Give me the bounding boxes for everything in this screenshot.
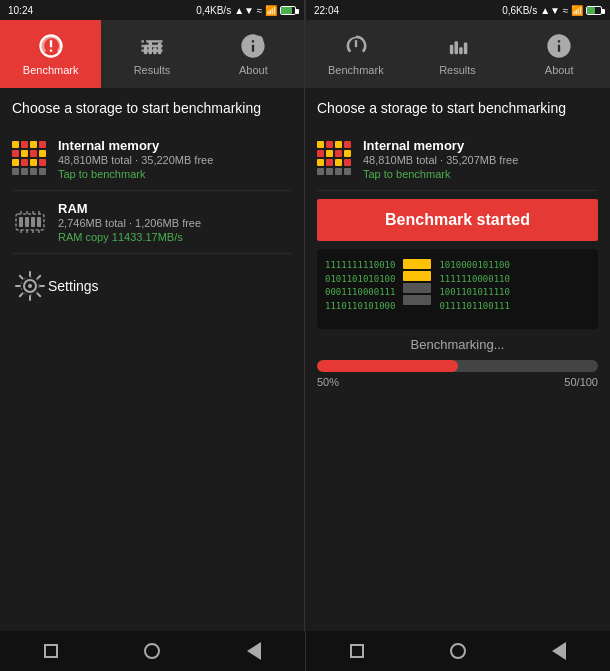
right-internal-memory-info: Internal memory 48,810MB total · 35,207M… — [363, 138, 598, 180]
internal-memory-item[interactable]: Internal memory 48,810MB total · 35,220M… — [12, 128, 292, 191]
left-nav-back[interactable] — [243, 640, 265, 662]
svg-rect-8 — [31, 217, 35, 227]
internal-memory-details: 48,810MB total · 35,220MB free — [58, 154, 292, 166]
svg-rect-9 — [37, 217, 41, 227]
progress-labels: 50% 50/100 — [317, 376, 598, 388]
right-about-label: About — [545, 64, 574, 76]
left-content: Choose a storage to start benchmarking — [0, 88, 304, 631]
left-benchmark-label: Benchmark — [23, 64, 79, 76]
left-section-title: Choose a storage to start benchmarking — [12, 100, 292, 116]
speedometer-icon — [37, 32, 65, 60]
binary-middle — [403, 259, 431, 319]
svg-rect-2 — [153, 47, 157, 54]
left-time: 10:24 — [8, 5, 33, 16]
right-panel: Benchmark Results About Choose a sto — [305, 20, 610, 631]
binary-bar-3 — [403, 283, 431, 293]
right-results-icon — [444, 32, 472, 60]
internal-memory-name: Internal memory — [58, 138, 292, 153]
right-square-icon — [350, 644, 364, 658]
left-battery-icon — [280, 6, 296, 15]
settings-item[interactable]: Settings — [12, 254, 292, 318]
ram-info: RAM 2,746MB total · 1,206MB free RAM cop… — [58, 201, 292, 243]
left-status-bar: 10:24 0,4KB/s ▲▼ ≈ 📶 — [0, 0, 305, 20]
about-icon — [239, 32, 267, 60]
right-back-icon — [552, 642, 566, 660]
internal-memory-info: Internal memory 48,810MB total · 35,220M… — [58, 138, 292, 180]
svg-rect-24 — [463, 43, 467, 55]
right-internal-memory-action: Tap to benchmark — [363, 168, 598, 180]
left-about-label: About — [239, 64, 268, 76]
right-nav-circle[interactable] — [447, 640, 469, 662]
left-nav-bar — [0, 631, 305, 671]
progress-bar-fill — [317, 360, 458, 372]
right-time: 22:04 — [314, 5, 339, 16]
left-tab-results[interactable]: Results — [101, 20, 202, 88]
right-nav-bar — [305, 631, 610, 671]
nav-bars — [0, 631, 610, 671]
binary-bar-4 — [403, 295, 431, 305]
svg-rect-6 — [19, 217, 23, 227]
ram-name: RAM — [58, 201, 292, 216]
left-network: 0,4KB/s ▲▼ ≈ 📶 — [196, 5, 296, 16]
square-icon — [44, 644, 58, 658]
binary-bar-2 — [403, 271, 431, 281]
svg-rect-0 — [144, 45, 148, 54]
ram-details: 2,746MB total · 1,206MB free — [58, 217, 292, 229]
svg-rect-22 — [454, 41, 458, 54]
progress-bar-background — [317, 360, 598, 372]
right-internal-memory-name: Internal memory — [363, 138, 598, 153]
svg-point-19 — [28, 284, 32, 288]
ram-action: RAM copy 11433.17MB/s — [58, 231, 292, 243]
progress-count-label: 50/100 — [564, 376, 598, 388]
right-internal-memory-icon — [317, 141, 353, 177]
ram-item[interactable]: RAM 2,746MB total · 1,206MB free RAM cop… — [12, 191, 292, 254]
right-circle-icon — [450, 643, 466, 659]
right-benchmark-label: Benchmark — [328, 64, 384, 76]
results-icon — [138, 32, 166, 60]
progress-percent-label: 50% — [317, 376, 339, 388]
back-icon — [247, 642, 261, 660]
left-tab-benchmark[interactable]: Benchmark — [0, 20, 101, 88]
binary-display: 1111111110010 0101101010100 000111000011… — [317, 249, 598, 329]
ram-icon — [12, 204, 48, 240]
right-tab-benchmark[interactable]: Benchmark — [305, 20, 407, 88]
internal-memory-action: Tap to benchmark — [58, 168, 292, 180]
left-tab-bar: Benchmark Results About — [0, 20, 304, 88]
right-about-icon — [545, 32, 573, 60]
gear-icon — [12, 268, 48, 304]
svg-rect-3 — [158, 43, 162, 55]
right-content: Choose a storage to start benchmarking — [305, 88, 610, 631]
settings-label: Settings — [48, 278, 99, 294]
progress-container: 50% 50/100 — [317, 360, 598, 388]
left-results-label: Results — [134, 64, 171, 76]
benchmarking-text: Benchmarking... — [317, 337, 598, 352]
binary-left-col: 1111111110010 0101101010100 000111000011… — [325, 259, 395, 319]
right-internal-memory-details: 48,810MB total · 35,207MB free — [363, 154, 598, 166]
svg-rect-1 — [148, 41, 152, 54]
right-nav-back[interactable] — [548, 640, 570, 662]
binary-bar-1 — [403, 259, 431, 269]
right-status-bar: 22:04 0,6KB/s ▲▼ ≈ 📶 — [305, 0, 610, 20]
left-panel: Benchmark Results About — [0, 20, 305, 631]
right-tab-about[interactable]: About — [508, 20, 610, 88]
right-tab-bar: Benchmark Results About — [305, 20, 610, 88]
binary-right-col: 1010000101100 1111110000110 100110101111… — [439, 259, 509, 319]
left-tab-about[interactable]: About — [203, 20, 304, 88]
benchmark-started-banner: Benchmark started — [317, 199, 598, 241]
svg-rect-7 — [25, 217, 29, 227]
right-network: 0,6KB/s ▲▼ ≈ 📶 — [502, 5, 602, 16]
right-results-label: Results — [439, 64, 476, 76]
ram-svg — [12, 204, 48, 240]
svg-rect-23 — [459, 47, 463, 54]
right-section-title: Choose a storage to start benchmarking — [317, 100, 598, 116]
left-nav-square[interactable] — [40, 640, 62, 662]
right-tab-results[interactable]: Results — [407, 20, 509, 88]
right-battery-icon — [586, 6, 602, 15]
right-internal-memory-item[interactable]: Internal memory 48,810MB total · 35,207M… — [317, 128, 598, 191]
circle-icon — [144, 643, 160, 659]
right-speedometer-icon — [342, 32, 370, 60]
internal-memory-icon — [12, 141, 48, 177]
left-nav-circle[interactable] — [141, 640, 163, 662]
svg-rect-21 — [449, 45, 453, 54]
right-nav-square[interactable] — [346, 640, 368, 662]
